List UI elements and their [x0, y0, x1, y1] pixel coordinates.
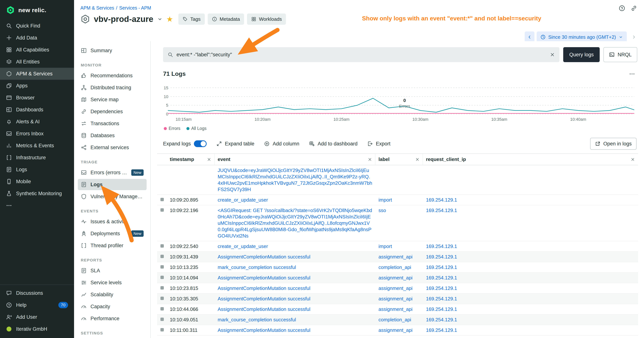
subnav-item-deployments[interactable]: DeploymentsNew: [78, 228, 146, 239]
row-checkbox[interactable]: [160, 276, 164, 279]
subnav-item-scalability[interactable]: Scalability: [78, 289, 146, 300]
expand-table-button[interactable]: Expand table: [216, 141, 254, 147]
log-ip-link[interactable]: 169.254.129.1: [426, 275, 457, 280]
remove-column-icon[interactable]: [207, 157, 211, 162]
log-row[interactable]: 10:10:35.305AssignmentCompletionMutation…: [157, 294, 638, 304]
entity-switcher-chevron-icon[interactable]: [157, 16, 163, 22]
log-row[interactable]: 10:09:31.439AssignmentCompletionMutation…: [157, 252, 638, 262]
log-label-link[interactable]: assignment_api: [378, 285, 412, 291]
subnav-item-capacity[interactable]: Capacity: [78, 301, 146, 312]
log-event-link[interactable]: JUQVU&code=eyJraWQiOiJjcGItY29yZV8wOTI1M…: [218, 168, 372, 192]
log-row[interactable]: 10:10:23.815AssignmentCompletionMutation…: [157, 283, 638, 294]
sidebar-item-synthetic-monitoring[interactable]: Synthetic Monitoring: [0, 188, 74, 199]
subnav-item-dependencies[interactable]: Dependencies: [78, 106, 146, 117]
log-row[interactable]: 10:10:49.051mark_course_completion succe…: [157, 314, 638, 325]
row-checkbox[interactable]: [160, 255, 164, 258]
row-checkbox[interactable]: [160, 244, 164, 248]
log-row[interactable]: 10:10:13.235mark_course_completion succe…: [157, 262, 638, 273]
column-header-timestamp[interactable]: timestamp: [167, 154, 215, 165]
subnav-item-service-levels[interactable]: Service levels: [78, 277, 146, 288]
subnav-item-external-services[interactable]: External services: [78, 142, 146, 153]
log-row[interactable]: 10:09:22.196<ASGIRequest: GET '/sso/call…: [157, 205, 638, 241]
log-ip-link[interactable]: 169.254.129.1: [426, 243, 457, 249]
log-label-link[interactable]: completion_api: [378, 264, 411, 270]
log-query-input[interactable]: event:* -"label":"security": [163, 47, 560, 62]
log-row[interactable]: 10:10:44.066AssignmentCompletionMutation…: [157, 304, 638, 314]
row-checkbox[interactable]: [160, 198, 164, 201]
log-row[interactable]: 10:09:20.895create_or_update_userimport1…: [157, 195, 638, 205]
breadcrumb-services-apm[interactable]: Services - APM: [119, 5, 151, 11]
log-ip-link[interactable]: 169.254.129.1: [426, 197, 457, 203]
log-row[interactable]: 10:11:00.311AssignmentCompletionMutation…: [157, 325, 638, 335]
row-checkbox[interactable]: [160, 297, 164, 300]
sidebar-item-iterativ-gmbh[interactable]: Iterativ GmbH: [0, 323, 74, 335]
export-button[interactable]: Export: [367, 141, 390, 147]
log-label-link[interactable]: assignment_api: [378, 306, 412, 312]
time-back-button[interactable]: [525, 32, 534, 43]
log-label-link[interactable]: completion_api: [378, 317, 411, 322]
log-label-link[interactable]: import: [378, 197, 392, 203]
sidebar-item-errors-inbox[interactable]: Errors Inbox: [0, 128, 74, 140]
log-row[interactable]: 10:09:22.540create_or_update_userimport1…: [157, 241, 638, 252]
legend-errors[interactable]: Errors: [164, 126, 180, 131]
row-checkbox[interactable]: [160, 265, 164, 268]
help-icon[interactable]: [618, 5, 625, 12]
sidebar-item-more[interactable]: [0, 199, 74, 211]
sidebar-item-add-user[interactable]: Add User: [0, 311, 74, 323]
remove-column-icon[interactable]: [630, 157, 635, 162]
log-event-link[interactable]: AssignmentCompletionMutation successful: [218, 254, 310, 260]
log-ip-link[interactable]: 169.254.129.1: [426, 327, 457, 333]
add-column-button[interactable]: Add column: [264, 141, 299, 147]
sidebar-item-metrics-events[interactable]: Metrics & Events: [0, 140, 74, 152]
log-ip-link[interactable]: 169.254.129.1: [426, 296, 457, 301]
sidebar-item-all-capabilities[interactable]: All Capabilities: [0, 44, 74, 56]
tags-button[interactable]: Tags: [178, 14, 205, 25]
log-row[interactable]: 10:10:14.094AssignmentCompletionMutation…: [157, 273, 638, 283]
permalink-icon[interactable]: [630, 5, 637, 12]
metadata-button[interactable]: Metadata: [208, 14, 244, 25]
subnav-item-errors-errors-inb[interactable]: Errors (errors inb...New: [78, 167, 146, 178]
sidebar-item-discussions[interactable]: Discussions: [0, 287, 74, 299]
query-logs-button[interactable]: Query logs: [563, 47, 600, 62]
time-forward-button[interactable]: [629, 32, 639, 43]
log-ip-link[interactable]: 169.254.129.1: [426, 254, 457, 260]
log-event-link[interactable]: mark_course_completion successful: [218, 264, 296, 270]
log-event-link[interactable]: AssignmentCompletionMutation successful: [218, 296, 310, 301]
sidebar-item-all-entities[interactable]: All Entities: [0, 56, 74, 68]
clear-query-icon[interactable]: [550, 52, 555, 57]
log-event-link[interactable]: create_or_update_user: [218, 197, 268, 203]
expand-logs-toggle[interactable]: [194, 140, 207, 147]
sidebar-item-add-data[interactable]: Add Data: [0, 32, 74, 44]
log-event-link[interactable]: AssignmentCompletionMutation successful: [218, 275, 310, 280]
subnav-item-issues-activity[interactable]: Issues & activity: [78, 216, 146, 227]
nrql-button[interactable]: NRQL: [604, 47, 637, 62]
log-ip-link[interactable]: 169.254.129.1: [426, 208, 457, 213]
log-label-link[interactable]: import: [378, 243, 392, 249]
subnav-item-recommendations[interactable]: Recommendations: [78, 70, 146, 81]
log-event-link[interactable]: AssignmentCompletionMutation successful: [218, 327, 310, 333]
sidebar-item-dashboards[interactable]: Dashboards: [0, 104, 74, 116]
time-picker[interactable]: Since 30 minutes ago (GMT+2): [537, 32, 627, 43]
more-options-icon[interactable]: [629, 71, 637, 77]
subnav-item-service-map[interactable]: Service map: [78, 94, 146, 105]
column-header-label[interactable]: label: [376, 154, 423, 165]
subnav-item-sla[interactable]: SLA: [78, 265, 146, 276]
sidebar-item-apm-services[interactable]: APM & Services: [0, 68, 74, 80]
log-event-link[interactable]: AssignmentCompletionMutation successful: [218, 306, 310, 312]
log-label-link[interactable]: sso: [378, 208, 386, 213]
subnav-item-vulnerability-management[interactable]: Vulnerability Management: [78, 191, 146, 202]
sidebar-item-alerts-ai[interactable]: Alerts & AI: [0, 116, 74, 128]
logs-timeline-chart[interactable]: 05101510:15am10:20am10:25am10:30am10:35a…: [159, 85, 637, 125]
log-label-link[interactable]: assignment_api: [378, 296, 412, 301]
sidebar-item-mobile[interactable]: Mobile: [0, 176, 74, 188]
sidebar-item-help[interactable]: Help70: [0, 299, 74, 311]
log-event-link[interactable]: AssignmentCompletionMutation successful: [218, 285, 310, 291]
subnav-item-distributed-tracing[interactable]: Distributed tracing: [78, 82, 146, 93]
log-ip-link[interactable]: 169.254.129.1: [426, 285, 457, 291]
column-header-request-client-ip[interactable]: request_client_ip: [423, 154, 638, 165]
log-label-link[interactable]: assignment_api: [378, 254, 412, 260]
row-checkbox[interactable]: [160, 307, 164, 310]
row-checkbox[interactable]: [160, 208, 164, 212]
log-ip-link[interactable]: 169.254.129.1: [426, 264, 457, 270]
remove-column-icon[interactable]: [368, 157, 372, 162]
